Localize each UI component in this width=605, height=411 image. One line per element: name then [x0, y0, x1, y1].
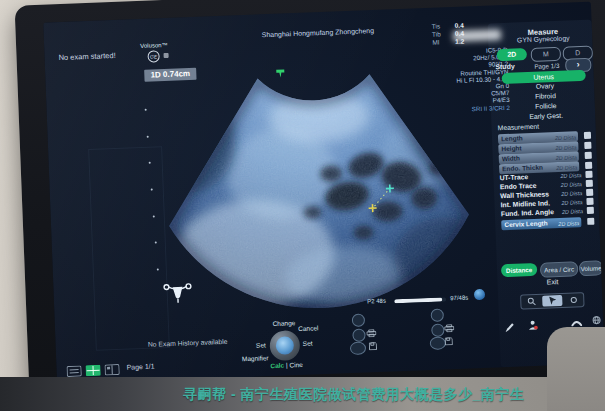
pencil-annotate-icon[interactable]: [505, 323, 514, 332]
p-button[interactable]: [430, 336, 446, 350]
printer-icon: [366, 329, 376, 337]
checkbox[interactable]: [586, 189, 593, 196]
cine-left-label: P2 48s: [367, 298, 386, 305]
volume-button[interactable]: Volume: [579, 260, 604, 276]
probe-orientation-marker-icon: [274, 68, 286, 78]
row-tag: 2D Dista: [550, 181, 582, 188]
ge-logo-icon: GE: [147, 50, 159, 62]
trackball-hint-set-left: Set: [242, 341, 266, 349]
ti-label: Tib: [432, 30, 441, 37]
tab-2d[interactable]: 2D: [497, 48, 527, 61]
depth-marker: [151, 189, 153, 191]
row-tag: 2D Dista: [550, 199, 582, 206]
checkbox[interactable]: [586, 180, 593, 187]
no-exam-status: No exam started!: [58, 51, 115, 62]
hospital-name: Shanghai Hongmufang Zhongcheng: [237, 26, 399, 39]
desk-corner: [547, 327, 605, 411]
depth-marker: [147, 136, 149, 138]
cine-right-label: 97/48s: [450, 295, 468, 302]
circle-mode-icon[interactable]: [563, 293, 583, 307]
video-watermark: 寻嗣帮 - 南宁生殖医院做试管费用大概是多少_南宁生: [183, 386, 524, 404]
checkbox[interactable]: [585, 152, 592, 159]
brand-label: Voluson™: [140, 42, 168, 49]
checkbox[interactable]: [584, 132, 591, 139]
ti-label: MI: [432, 38, 439, 45]
row-tag: 2D Dista: [558, 218, 579, 229]
measure-row-endo-trace[interactable]: Endo Trace: [500, 182, 537, 190]
magnifier-mode-icon[interactable]: [521, 295, 541, 309]
checkbox[interactable]: [587, 207, 594, 214]
photo-of-ultrasound-monitor: No exam started! Voluson™ GE 1D 0.74cm S…: [0, 0, 605, 411]
p-button[interactable]: [352, 329, 365, 342]
save-disk-icon: [369, 342, 377, 350]
study-label: Study: [495, 63, 515, 71]
layout-split-icon[interactable]: [104, 364, 119, 376]
p-button[interactable]: [350, 342, 366, 356]
chevron-right-icon: ›: [577, 59, 580, 69]
tab-m[interactable]: M: [531, 47, 562, 62]
depth-marker: [153, 216, 155, 218]
study-page-indicator: Page 1/3: [534, 62, 559, 70]
checkbox[interactable]: [584, 142, 591, 149]
measure-row-cervix-length-selected[interactable]: Cervix Length 2D Dista: [501, 217, 581, 230]
save-disk-icon: [445, 337, 453, 345]
row-tag: 2D Dista: [551, 208, 583, 215]
depth-marker: [149, 162, 151, 164]
trackball-hint-set-right: Set: [303, 340, 313, 347]
cine-play-button[interactable]: [474, 289, 485, 300]
pointer-mode-toggle[interactable]: [520, 292, 585, 309]
trackball-hint-cancel: Cancel: [298, 324, 318, 332]
cursor-mode-icon-active[interactable]: [542, 295, 562, 307]
depth-marker: [155, 241, 157, 243]
phone-icon[interactable]: [571, 319, 582, 326]
cine-label: Cine: [289, 361, 303, 369]
divider: |: [286, 362, 288, 369]
depth-marker: [157, 268, 159, 270]
checkbox[interactable]: [587, 218, 594, 225]
ultrasound-image: [157, 56, 478, 320]
p-button[interactable]: [431, 308, 444, 321]
checkbox[interactable]: [585, 162, 592, 169]
status-chip-icon: [164, 53, 169, 58]
trackball-hint-calc-cine: Calc | Cine: [259, 361, 313, 370]
page-indicator: Page 1/1: [126, 363, 154, 371]
redacted-datetime-blur: [453, 29, 501, 42]
row-label: Cervix Length: [504, 218, 548, 230]
depth-marker: [145, 109, 147, 111]
distance-button[interactable]: Distance: [501, 263, 537, 277]
ti-label: Tis: [432, 22, 441, 29]
layout-single-icon[interactable]: [66, 365, 81, 377]
calc-label: Calc: [270, 362, 284, 370]
ultrasound-screen: No exam started! Voluson™ GE 1D 0.74cm S…: [43, 2, 604, 385]
checkbox[interactable]: [585, 171, 592, 178]
row-tag: 2D Dista: [550, 190, 582, 197]
row-tag: 2D Dista: [549, 172, 581, 179]
patient-icon[interactable]: [528, 320, 538, 330]
printer-icon: [444, 324, 454, 332]
p-button[interactable]: [352, 314, 365, 327]
layout-quad-icon-active[interactable]: [85, 365, 100, 377]
area-circ-button[interactable]: Area / Circ: [540, 261, 579, 277]
empty-image-slot: [88, 146, 170, 351]
checkbox[interactable]: [586, 198, 593, 205]
p-button[interactable]: [431, 323, 444, 336]
globe-icon[interactable]: [592, 315, 601, 324]
uterus-bodymark-icon: [162, 279, 193, 306]
measure-row-ut-trace[interactable]: UT-Trace: [499, 173, 528, 181]
